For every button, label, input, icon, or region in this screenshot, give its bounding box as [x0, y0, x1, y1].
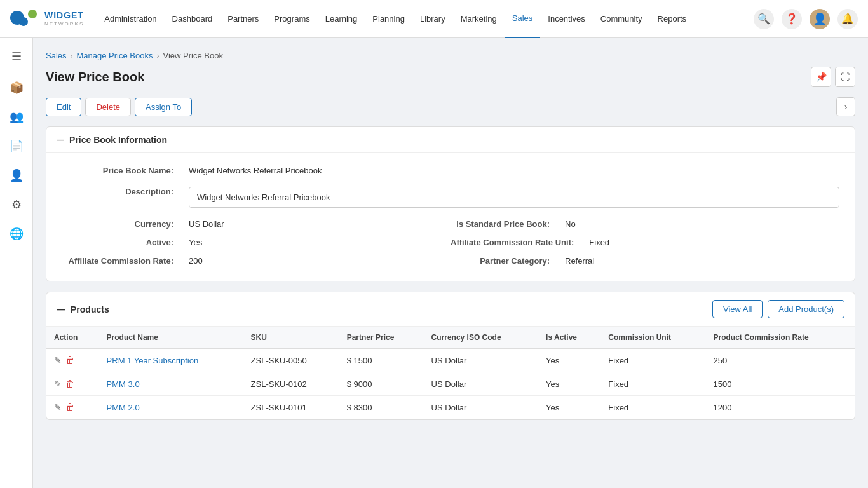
nav-library[interactable]: Library — [412, 0, 453, 38]
active-value: Yes — [189, 238, 202, 247]
nav-right: 🔍 ❓ 👤 🔔 — [754, 9, 858, 29]
sidebar-icon-reports[interactable]: 📄 — [4, 133, 29, 159]
delete-button[interactable]: Delete — [85, 98, 131, 116]
sidebar-icon-settings[interactable]: ⚙ — [4, 192, 29, 217]
nav-marketing[interactable]: Marketing — [453, 0, 505, 38]
product-name-link-2[interactable]: PMM 2.0 — [107, 403, 140, 412]
nav-sales[interactable]: Sales — [505, 0, 541, 38]
sidebar-icon-globe[interactable]: 🌐 — [4, 221, 29, 247]
nav-dashboard[interactable]: Dashboard — [165, 0, 220, 38]
logo-sub: NETWORKS — [44, 21, 84, 27]
assign-to-button[interactable]: Assign To — [135, 98, 192, 116]
nav-planning[interactable]: Planning — [365, 0, 412, 38]
col-commission-rate: Product Commission Rate — [706, 327, 855, 349]
nav-community[interactable]: Community — [593, 0, 650, 38]
cell-product-name-0: PRM 1 Year Subscription — [99, 349, 243, 372]
edit-icon-1[interactable]: ✎ — [54, 379, 62, 389]
table-row: ✎ 🗑 PRM 1 Year Subscription ZSL-SKU-0050… — [46, 349, 855, 372]
affiliate-commission-value: 200 — [189, 256, 203, 266]
add-product-button[interactable]: Add Product(s) — [768, 300, 844, 318]
cell-currency-iso-0: US Dollar — [424, 349, 539, 372]
view-all-button[interactable]: View All — [712, 300, 763, 318]
help-icon[interactable]: ❓ — [782, 9, 802, 29]
nav-incentives[interactable]: Incentives — [540, 0, 593, 38]
currency-value: US Dollar — [189, 219, 224, 229]
partner-category-row: Partner Category: Referral — [451, 256, 839, 266]
products-header: — Products View All Add Product(s) — [46, 292, 855, 327]
nav-programs[interactable]: Programs — [266, 0, 317, 38]
product-name-link-0[interactable]: PRM 1 Year Subscription — [107, 356, 199, 365]
nav-administration[interactable]: Administration — [97, 0, 164, 38]
affiliate-commission-row: Affiliate Commission Rate: 200 — [62, 256, 451, 266]
cell-commission-unit-1: Fixed — [600, 372, 705, 396]
products-table: Action Product Name SKU Partner Price Cu… — [46, 327, 855, 419]
cell-partner-price-1: $ 9000 — [339, 372, 424, 396]
breadcrumb-current: View Price Book — [163, 51, 222, 60]
active-label: Active: — [146, 236, 181, 247]
table-head: Action Product Name SKU Partner Price Cu… — [46, 327, 855, 349]
table-row: ✎ 🗑 PMM 3.0 ZSL-SKU-0102 $ 9000 US Dolla… — [46, 372, 855, 396]
products-collapse-icon[interactable]: — — [57, 304, 65, 315]
sidebar: ☰ 📦 👥 📄 👤 ⚙ 🌐 — [0, 38, 33, 488]
price-book-info-body: Price Book Name: Widget Networks Referra… — [46, 153, 855, 281]
logo[interactable]: WIDGET NETWORKS — [10, 8, 84, 30]
sidebar-icon-groups[interactable]: 👤 — [4, 163, 29, 188]
partner-category-label: Partner Category: — [480, 255, 557, 266]
notification-icon[interactable]: 🔔 — [837, 9, 858, 29]
nav-reports[interactable]: Reports — [650, 0, 695, 38]
page-title: View Price Book — [46, 70, 144, 85]
action-row: Edit Delete Assign To › — [46, 97, 855, 116]
delete-icon-0[interactable]: 🗑 — [65, 355, 74, 365]
commission-unit-value: Fixed — [589, 238, 609, 247]
edit-icon-2[interactable]: ✎ — [54, 402, 62, 412]
products-header-left: — Products — [57, 304, 109, 315]
logo-name: WIDGET — [44, 11, 84, 20]
breadcrumb-sales[interactable]: Sales — [46, 51, 67, 60]
affiliate-partner-row: Affiliate Commission Rate: 200 Partner C… — [62, 256, 839, 266]
sidebar-icon-users[interactable]: 👥 — [4, 104, 29, 130]
cell-commission-unit-2: Fixed — [600, 396, 705, 419]
logo-circles — [10, 8, 38, 30]
cell-is-active-2: Yes — [538, 396, 600, 419]
products-card: — Products View All Add Product(s) Actio… — [46, 292, 855, 420]
products-title: Products — [71, 304, 109, 315]
action-buttons: Edit Delete Assign To — [46, 98, 192, 116]
delete-icon-1[interactable]: 🗑 — [65, 379, 74, 389]
products-tbody: ✎ 🗑 PRM 1 Year Subscription ZSL-SKU-0050… — [46, 349, 855, 419]
title-actions: 📌 ⛶ — [811, 67, 855, 87]
cell-action-0: ✎ 🗑 — [46, 349, 99, 372]
sidebar-icon-box[interactable]: 📦 — [4, 75, 29, 100]
active-commission-row: Active: Yes Affiliate Commission Rate Un… — [62, 238, 839, 247]
breadcrumb-manage-price-books[interactable]: Manage Price Books — [77, 51, 153, 60]
next-arrow-button[interactable]: › — [836, 97, 855, 116]
col-action: Action — [46, 327, 99, 349]
commission-unit-label: Affiliate Commission Rate Unit: — [451, 236, 581, 247]
breadcrumb-sep-1: › — [71, 51, 73, 60]
col-partner-price: Partner Price — [339, 327, 424, 349]
nav-partners[interactable]: Partners — [220, 0, 266, 38]
cell-action-2: ✎ 🗑 — [46, 396, 99, 419]
search-icon[interactable]: 🔍 — [754, 9, 774, 29]
col-product-name: Product Name — [99, 327, 243, 349]
delete-icon-2[interactable]: 🗑 — [65, 402, 74, 412]
col-currency-iso: Currency ISO Code — [424, 327, 539, 349]
nav-links: Administration Dashboard Partners Progra… — [97, 0, 754, 38]
cell-commission-rate-0: 250 — [706, 349, 855, 372]
product-name-link-1[interactable]: PMM 3.0 — [107, 379, 140, 389]
cell-is-active-0: Yes — [538, 349, 600, 372]
avatar[interactable]: 👤 — [810, 9, 830, 29]
price-book-info-header: — Price Book Information — [46, 127, 855, 153]
cell-product-name-1: PMM 3.0 — [99, 372, 243, 396]
cell-partner-price-2: $ 8300 — [339, 396, 424, 419]
is-standard-label: Is Standard Price Book: — [456, 218, 557, 229]
price-book-name-value: Widget Networks Referral Pricebook — [189, 166, 322, 175]
partner-category-value: Referral — [565, 256, 594, 266]
collapse-icon[interactable]: — — [57, 135, 64, 144]
sidebar-menu-icon[interactable]: ☰ — [8, 46, 25, 67]
price-book-name-row: Price Book Name: Widget Networks Referra… — [62, 166, 839, 175]
edit-icon-0[interactable]: ✎ — [54, 355, 62, 365]
pin-button[interactable]: 📌 — [811, 67, 831, 87]
expand-button[interactable]: ⛶ — [835, 67, 855, 87]
edit-button[interactable]: Edit — [46, 98, 81, 116]
nav-learning[interactable]: Learning — [318, 0, 365, 38]
